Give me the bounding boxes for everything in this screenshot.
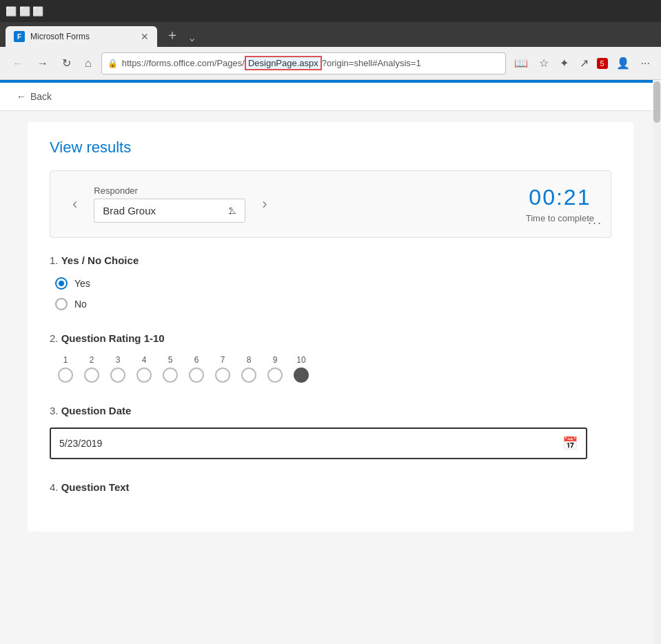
rating-item-6[interactable]: 6 bbox=[183, 355, 210, 383]
question-4-number: 4. bbox=[50, 481, 61, 493]
responder-name: Brad Groux bbox=[103, 205, 156, 217]
responder-panel: ‹ Responder Brad Groux ⦩ › 00:21 Time to… bbox=[50, 170, 611, 238]
content-card: View results ‹ Responder Brad Groux ⦩ › bbox=[28, 122, 633, 532]
rating-circle-5[interactable] bbox=[163, 368, 178, 383]
share-button[interactable]: ↗ bbox=[577, 54, 591, 72]
question-2-block: 2. Question Rating 1-10 12345678910 bbox=[50, 332, 611, 383]
url-suffix: ?origin=shell#Analysis=1 bbox=[322, 58, 421, 68]
question-3-title: 3. Question Date bbox=[50, 405, 611, 416]
browser-navigation-bar: ← → ↻ ⌂ 🔒 https://forms.office.com/Pages… bbox=[0, 47, 661, 80]
question-3-block: 3. Question Date 5/23/2019 📅 bbox=[50, 405, 611, 459]
rating-num-3: 3 bbox=[116, 355, 121, 365]
lock-icon: 🔒 bbox=[108, 59, 118, 68]
rating-num-10: 10 bbox=[296, 355, 305, 365]
radio-item-yes: Yes bbox=[55, 277, 611, 290]
rating-circle-1[interactable] bbox=[58, 368, 73, 383]
question-1-title: 1. Yes / No Choice bbox=[50, 254, 611, 266]
rating-item-1[interactable]: 1 bbox=[52, 355, 79, 383]
page-title: View results bbox=[50, 139, 611, 157]
forward-nav-button[interactable]: → bbox=[33, 54, 52, 72]
tab-close-button[interactable]: ✕ bbox=[141, 31, 149, 42]
scrollbar-thumb[interactable] bbox=[653, 81, 660, 123]
back-label: Back bbox=[30, 91, 52, 102]
rating-item-4[interactable]: 4 bbox=[131, 355, 157, 383]
url-prefix: https://forms.office.com/Pages/ bbox=[122, 58, 245, 68]
active-browser-tab[interactable]: F Microsoft Forms ✕ bbox=[6, 26, 157, 47]
rating-num-1: 1 bbox=[63, 355, 68, 365]
rating-circle-2[interactable] bbox=[84, 368, 99, 383]
page-content: View results ‹ Responder Brad Groux ⦩ › bbox=[0, 111, 661, 644]
page-wrapper: ← Back View results ‹ Responder Brad Gro… bbox=[0, 80, 661, 644]
extension-button[interactable]: 5 bbox=[597, 58, 608, 69]
radio-no-label: No bbox=[74, 299, 87, 310]
question-1-options: Yes No bbox=[55, 277, 611, 310]
back-arrow-icon: ← bbox=[17, 91, 26, 102]
collections-button[interactable]: ✦ bbox=[557, 54, 571, 72]
radio-yes-inner bbox=[59, 281, 64, 286]
home-nav-button[interactable]: ⌂ bbox=[81, 54, 96, 72]
responder-nav: ‹ Responder Brad Groux ⦩ › bbox=[67, 185, 273, 223]
rating-circle-8[interactable] bbox=[241, 368, 256, 383]
browser-titlebar: ⬜ ⬜ ⬜ bbox=[0, 0, 661, 22]
prev-responder-button[interactable]: ‹ bbox=[67, 192, 83, 216]
rating-num-4: 4 bbox=[142, 355, 147, 365]
question-1-block: 1. Yes / No Choice Yes No bbox=[50, 254, 611, 310]
radio-item-no: No bbox=[55, 298, 611, 310]
next-responder-button[interactable]: › bbox=[256, 192, 272, 216]
question-1-number: 1. bbox=[50, 254, 61, 266]
rating-circle-4[interactable] bbox=[136, 368, 152, 383]
rating-item-10[interactable]: 10 bbox=[288, 355, 314, 383]
rating-item-2[interactable]: 2 bbox=[79, 355, 105, 383]
rating-circle-7[interactable] bbox=[215, 368, 230, 383]
chevron-down-icon: ⦩ bbox=[227, 205, 236, 216]
responder-label: Responder bbox=[94, 185, 245, 196]
reading-mode-button[interactable]: 📖 bbox=[511, 54, 531, 72]
address-bar[interactable]: 🔒 https://forms.office.com/Pages/DesignP… bbox=[101, 52, 506, 74]
rating-circle-10[interactable] bbox=[294, 368, 309, 383]
scrollbar-track[interactable] bbox=[653, 80, 661, 644]
back-button[interactable]: ← Back bbox=[17, 91, 52, 102]
profile-button[interactable]: 👤 bbox=[613, 54, 633, 72]
url-highlight: DesignPage.aspx bbox=[245, 56, 322, 70]
rating-circle-9[interactable] bbox=[267, 368, 283, 383]
question-4-title: 4. Question Text bbox=[50, 481, 611, 493]
rating-circle-3[interactable] bbox=[110, 368, 125, 383]
rating-num-8: 8 bbox=[247, 355, 252, 365]
date-value: 5/23/2019 bbox=[59, 438, 102, 449]
new-tab-button[interactable]: ＋ bbox=[160, 26, 185, 44]
rating-num-2: 2 bbox=[90, 355, 94, 365]
rating-item-8[interactable]: 8 bbox=[236, 355, 262, 383]
browser-nav-icons: 📖 ☆ ✦ ↗ 5 👤 ··· bbox=[511, 54, 653, 72]
rating-num-5: 5 bbox=[168, 355, 173, 365]
rating-circle-6[interactable] bbox=[189, 368, 204, 383]
date-field[interactable]: 5/23/2019 📅 bbox=[50, 427, 587, 459]
time-complete-panel: 00:21 Time to complete bbox=[526, 185, 594, 223]
question-2-number: 2. bbox=[50, 332, 61, 344]
rating-item-9[interactable]: 9 bbox=[262, 355, 288, 383]
refresh-nav-button[interactable]: ↻ bbox=[58, 54, 75, 72]
tab-favicon: F bbox=[14, 31, 25, 42]
responder-dropdown[interactable]: Brad Groux ⦩ bbox=[94, 199, 245, 223]
more-options-button[interactable]: ··· bbox=[588, 216, 602, 230]
back-nav-button[interactable]: ← bbox=[8, 54, 28, 72]
question-3-number: 3. bbox=[50, 405, 61, 416]
question-4-block: 4. Question Text bbox=[50, 481, 611, 493]
favorites-button[interactable]: ☆ bbox=[536, 54, 551, 72]
rating-num-9: 9 bbox=[273, 355, 278, 365]
rating-num-7: 7 bbox=[221, 355, 225, 365]
more-button[interactable]: ··· bbox=[638, 54, 653, 72]
question-2-title: 2. Question Rating 1-10 bbox=[50, 332, 611, 344]
rating-item-7[interactable]: 7 bbox=[210, 355, 236, 383]
back-bar: ← Back bbox=[0, 83, 661, 111]
tab-title: Microsoft Forms bbox=[30, 32, 135, 41]
time-value: 00:21 bbox=[526, 185, 594, 210]
rating-item-3[interactable]: 3 bbox=[105, 355, 131, 383]
rating-scale: 12345678910 bbox=[52, 355, 611, 383]
radio-yes-circle[interactable] bbox=[55, 277, 68, 290]
time-label: Time to complete bbox=[526, 213, 594, 223]
rating-item-5[interactable]: 5 bbox=[157, 355, 183, 383]
responder-selector: Responder Brad Groux ⦩ bbox=[94, 185, 245, 223]
radio-yes-label: Yes bbox=[74, 278, 90, 289]
rating-num-6: 6 bbox=[194, 355, 199, 365]
radio-no-circle[interactable] bbox=[55, 298, 68, 310]
